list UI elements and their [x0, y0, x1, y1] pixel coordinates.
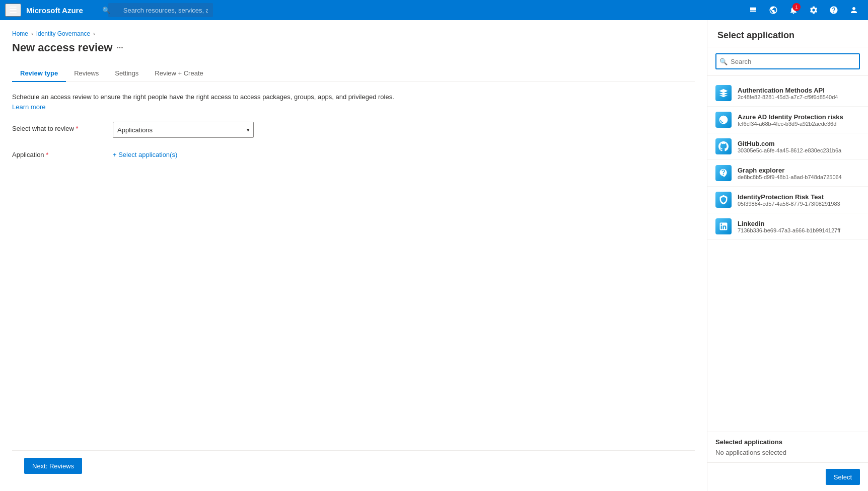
- app-item-2[interactable]: GitHub.com 30305e5c-a6fe-4a45-8612-e830e…: [707, 133, 868, 160]
- app-id-3: de8bc8b5-d9f9-48b1-a8ad-b748da725064: [738, 174, 860, 180]
- no-selected-text: No applications selected: [715, 449, 860, 456]
- app-name-1: Azure AD Identity Protection risks: [738, 113, 860, 121]
- app-icon-0: [715, 85, 732, 101]
- main-wrapper: Home › Identity Governance › New access …: [0, 20, 868, 491]
- right-panel-footer: Select: [707, 462, 868, 491]
- select-button[interactable]: Select: [826, 469, 860, 485]
- app-name-0: Authentication Methods API: [738, 87, 860, 94]
- app-info-1: Azure AD Identity Protection risks fcf6c…: [738, 113, 860, 127]
- application-label: Application *: [12, 148, 103, 158]
- breadcrumb: Home › Identity Governance ›: [12, 30, 695, 37]
- right-panel-title: Select application: [707, 20, 868, 47]
- select-what-label: Select what to review *: [12, 122, 103, 132]
- tabs: Review type Reviews Settings Review + Cr…: [12, 65, 695, 82]
- notifications-button[interactable]: 1: [784, 1, 803, 19]
- tab-review-create[interactable]: Review + Create: [147, 65, 211, 82]
- app-search-input[interactable]: [715, 53, 860, 69]
- app-info-3: Graph explorer de8bc8b5-d9f9-48b1-a8ad-b…: [738, 167, 860, 180]
- app-name-2: GitHub.com: [738, 140, 860, 147]
- app-list: Authentication Methods API 2c48fe82-8281…: [707, 76, 868, 432]
- app-id-2: 30305e5c-a6fe-4a45-8612-e830ec231b6a: [738, 147, 860, 153]
- right-panel: Select application 🔍 Authentication Meth…: [707, 20, 868, 491]
- app-id-4: 05f39884-cd57-4a56-8779-173f08291983: [738, 201, 860, 207]
- app-icon-3: [715, 165, 732, 181]
- application-row: Application * + Select application(s): [12, 148, 695, 158]
- right-panel-search-wrap: 🔍: [707, 47, 868, 76]
- selected-title: Selected applications: [715, 438, 860, 446]
- search-wrap: 🔍: [98, 3, 400, 17]
- app-id-1: fcf6cf34-a68b-4fec-b3d9-a92b2aede36d: [738, 121, 860, 127]
- page-title-row: New access review ···: [12, 41, 695, 54]
- app-info-0: Authentication Methods API 2c48fe82-8281…: [738, 87, 860, 100]
- select-what-dropdown[interactable]: Applications Groups Access packages Azur…: [113, 122, 254, 138]
- tab-settings[interactable]: Settings: [107, 65, 147, 82]
- breadcrumb-sep-1: ›: [31, 31, 33, 37]
- required-star-1: *: [76, 125, 78, 132]
- help-button[interactable]: [825, 1, 843, 19]
- select-applications-link[interactable]: + Select application(s): [113, 148, 177, 158]
- app-id-0: 2c48fe82-8281-45d3-a7c7-cf9f6d8540d4: [738, 94, 860, 100]
- app-item-3[interactable]: Graph explorer de8bc8b5-d9f9-48b1-a8ad-b…: [707, 160, 868, 187]
- form-description: Schedule an access review to ensure the …: [12, 92, 695, 112]
- learn-more-link[interactable]: Learn more: [12, 103, 45, 111]
- breadcrumb-sep-2: ›: [93, 31, 95, 37]
- required-star-2: *: [46, 151, 48, 158]
- content-area: Home › Identity Governance › New access …: [0, 20, 707, 491]
- app-item-5[interactable]: Linkedin 7136b336-be69-47a3-a666-b1b9914…: [707, 213, 868, 240]
- tab-review-type[interactable]: Review type: [12, 65, 66, 82]
- select-what-row: Select what to review * Applications Gro…: [12, 122, 695, 138]
- app-item-0[interactable]: Authentication Methods API 2c48fe82-8281…: [707, 80, 868, 107]
- notification-badge: 1: [792, 3, 801, 11]
- selected-section: Selected applications No applications se…: [707, 432, 868, 462]
- app-id-5: 7136b336-be69-47a3-a666-b1b9914127ff: [738, 227, 860, 233]
- select-what-wrap: Applications Groups Access packages Azur…: [113, 122, 254, 138]
- more-options-button[interactable]: ···: [116, 43, 123, 52]
- topbar: ☰ Microsoft Azure 🔍 1: [0, 0, 868, 20]
- settings-button[interactable]: [805, 1, 823, 19]
- app-info-2: GitHub.com 30305e5c-a6fe-4a45-8612-e830e…: [738, 140, 860, 153]
- app-logo: Microsoft Azure: [26, 6, 83, 15]
- breadcrumb-home[interactable]: Home: [12, 30, 28, 37]
- tab-reviews[interactable]: Reviews: [66, 65, 107, 82]
- hamburger-menu-button[interactable]: ☰: [5, 4, 21, 17]
- app-item-1[interactable]: Azure AD Identity Protection risks fcf6c…: [707, 107, 868, 133]
- bottom-bar: Next: Reviews: [12, 450, 695, 481]
- page-title: New access review: [12, 41, 112, 54]
- next-reviews-button[interactable]: Next: Reviews: [24, 458, 82, 474]
- app-icon-2: [715, 138, 732, 154]
- app-info-4: IdentityProtection Risk Test 05f39884-cd…: [738, 193, 860, 207]
- app-icon-1: [715, 112, 732, 128]
- right-panel-search-container: 🔍: [715, 53, 860, 69]
- directory-button[interactable]: [764, 1, 782, 19]
- app-info-5: Linkedin 7136b336-be69-47a3-a666-b1b9914…: [738, 220, 860, 233]
- app-name-4: IdentityProtection Risk Test: [738, 193, 860, 201]
- breadcrumb-identity-governance[interactable]: Identity Governance: [36, 30, 90, 37]
- app-item-4[interactable]: IdentityProtection Risk Test 05f39884-cd…: [707, 187, 868, 213]
- app-icon-4: [715, 192, 732, 208]
- cloud-shell-button[interactable]: [744, 1, 762, 19]
- global-search-input[interactable]: [108, 3, 213, 17]
- app-name-5: Linkedin: [738, 220, 860, 227]
- app-name-3: Graph explorer: [738, 167, 860, 174]
- topbar-icons: 1: [744, 1, 863, 19]
- account-button[interactable]: [845, 1, 863, 19]
- form-area: Schedule an access review to ensure the …: [12, 82, 695, 450]
- app-icon-5: [715, 218, 732, 234]
